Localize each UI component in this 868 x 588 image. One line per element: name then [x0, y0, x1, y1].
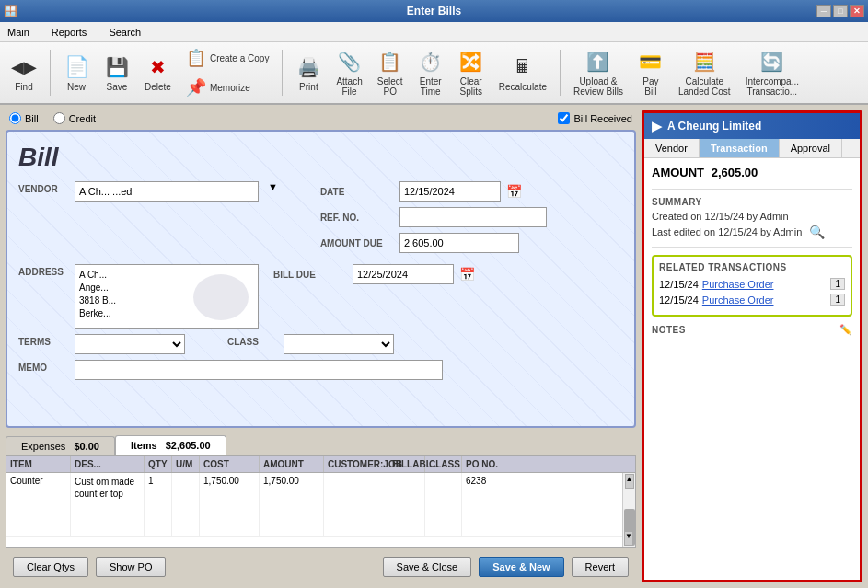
bill-due-label: BILL DUE — [273, 270, 347, 280]
pay-bill-icon: 💳 — [638, 49, 664, 75]
bill-credit-bar: Bill Credit Bill Received — [6, 110, 636, 126]
terms-label: TERMS — [18, 334, 69, 347]
intercompany-button[interactable]: 🔄 Intercompa...Transactio... — [740, 45, 804, 100]
right-fields: DATE 📅 REF. NO. AMOUNT DUE — [320, 181, 623, 259]
memorize-button[interactable]: 📌 Memorize — [180, 74, 256, 101]
vendor-dropdown-icon[interactable]: ▼ — [268, 181, 278, 192]
rp-notes-title: NOTES — [652, 325, 686, 335]
cell-item[interactable]: Counter — [6, 473, 71, 536]
memorize-icon: 📌 — [186, 77, 206, 98]
delete-button[interactable]: ✖ Delete — [139, 51, 177, 96]
minimize-button[interactable]: ─ — [816, 5, 831, 17]
pay-bill-button[interactable]: 💳 PayBill — [632, 45, 669, 100]
terms-select[interactable] — [75, 334, 185, 354]
date-calendar-icon[interactable]: 📅 — [506, 184, 522, 199]
scroll-down[interactable]: ▼ — [624, 531, 633, 546]
cell-amount[interactable]: 1,750.00 — [260, 473, 324, 536]
upload-icon: ⬆️ — [585, 49, 611, 75]
rp-summary-title: SUMMARY — [652, 197, 852, 207]
col-cost: COST — [200, 456, 260, 472]
rp-edit-icon[interactable]: ✏️ — [839, 324, 852, 336]
items-area: Expenses $0.00 Items $2,605.00 ITEM DES.… — [6, 435, 636, 548]
print-button[interactable]: 🖨️ Print — [290, 51, 327, 96]
class-label: CLASS — [227, 334, 278, 347]
memo-row: MEMO — [18, 360, 623, 380]
items-scrollbar[interactable]: ▲ ▼ — [622, 473, 635, 547]
cell-po[interactable]: 6238 — [462, 473, 503, 536]
enter-time-button[interactable]: ⏱️ EnterTime — [412, 45, 449, 100]
recalculate-button[interactable]: 🖩 Recalculate — [493, 51, 552, 96]
create-copy-button[interactable]: 📋 Create a Copy — [180, 44, 274, 72]
menu-reports[interactable]: Reports — [48, 25, 91, 40]
bill-form: Bill VENDOR ▼ DATE 📅 REF. NO. — [6, 130, 636, 428]
table-row: Counter Cust om made count er top 1 1,75… — [6, 473, 635, 537]
bill-due-input[interactable] — [353, 264, 454, 284]
save-button[interactable]: 💾 Save — [98, 51, 135, 96]
bill-received-checkbox[interactable]: Bill Received — [558, 112, 632, 124]
cell-billable[interactable] — [388, 473, 425, 536]
rp-transaction-link-2[interactable]: Purchase Order — [702, 294, 774, 306]
rp-tab-approval[interactable]: Approval — [780, 139, 842, 157]
rp-notes: NOTES ✏️ — [652, 324, 852, 335]
rp-divider-1 — [652, 189, 852, 190]
find-button[interactable]: ◀▶ Find — [6, 51, 42, 96]
attach-file-button[interactable]: 📎 AttachFile — [330, 45, 367, 100]
cell-class[interactable] — [425, 473, 462, 536]
copy-icon: 📋 — [186, 48, 206, 68]
menu-search[interactable]: Search — [105, 25, 145, 40]
save-new-button[interactable]: Save & New — [479, 557, 563, 577]
terms-row: TERMS CLASS — [18, 334, 623, 354]
rp-tab-transaction[interactable]: Transaction — [700, 139, 780, 157]
vendor-label: VENDOR — [18, 181, 69, 194]
calculate-lc-button[interactable]: 🧮 CalculateLanded Cost — [673, 45, 736, 100]
rp-transaction-link-1[interactable]: Purchase Order — [702, 279, 774, 290]
close-button[interactable]: ✕ — [850, 5, 864, 17]
col-cj: CUSTOMER:JOB — [324, 456, 388, 472]
clear-qtys-button[interactable]: Clear Qtys — [13, 557, 88, 577]
toolbar: ◀▶ Find 📄 New 💾 Save ✖ Delete 📋 Create a… — [0, 42, 868, 105]
items-tab[interactable]: Items $2,605.00 — [115, 435, 226, 455]
expenses-tab[interactable]: Expenses $0.00 — [6, 436, 115, 455]
rp-transaction-row-1: 12/15/24 Purchase Order 1 — [659, 278, 845, 290]
select-po-button[interactable]: 📋 SelectPO — [372, 45, 409, 100]
scroll-up[interactable]: ▲ — [625, 474, 634, 489]
scroll-spacer — [503, 456, 516, 472]
clear-splits-button[interactable]: 🔀 ClearSplits — [453, 45, 490, 100]
col-amount: AMOUNT — [260, 456, 324, 472]
cell-cj[interactable] — [324, 473, 388, 536]
address-label: ADDRESS — [18, 264, 69, 277]
items-table-body: Counter Cust om made count er top 1 1,75… — [6, 473, 635, 547]
magnify-icon[interactable]: 🔍 — [809, 225, 825, 239]
cell-qty[interactable]: 1 — [145, 473, 172, 536]
toolbar-sep-3 — [560, 50, 561, 96]
class-select[interactable] — [284, 334, 394, 354]
cell-um[interactable] — [172, 473, 200, 536]
cell-cost[interactable]: 1,750.00 — [200, 473, 260, 536]
window-controls[interactable]: ─ □ ✕ — [816, 5, 864, 17]
restore-button[interactable]: □ — [833, 5, 848, 17]
amount-due-input[interactable] — [399, 233, 519, 253]
date-input[interactable] — [399, 181, 501, 202]
ref-no-row: REF. NO. — [320, 207, 623, 227]
main-content: Bill Credit Bill Received Bill VENDOR ▼ — [0, 105, 868, 588]
bill-due-calendar-icon[interactable]: 📅 — [459, 267, 475, 282]
new-button[interactable]: 📄 New — [58, 51, 95, 96]
rp-expand-icon[interactable]: ▶ — [652, 119, 662, 133]
bill-radio[interactable]: Bill — [9, 112, 39, 124]
save-icon: 💾 — [104, 54, 130, 80]
bottom-bar: Clear Qtys Show PO Save & Close Save & N… — [6, 551, 636, 582]
memo-input[interactable] — [75, 360, 443, 380]
date-label: DATE — [320, 187, 394, 197]
upload-review-button[interactable]: ⬆️ Upload &Review Bills — [568, 45, 629, 100]
attach-icon: 📎 — [337, 49, 363, 75]
ref-no-input[interactable] — [399, 207, 547, 227]
save-close-button[interactable]: Save & Close — [383, 557, 472, 577]
rp-header: ▶ A Cheung Limited — [644, 113, 860, 139]
menu-main[interactable]: Main — [4, 25, 33, 40]
show-po-button[interactable]: Show PO — [96, 557, 166, 577]
vendor-input[interactable] — [75, 181, 259, 202]
credit-radio[interactable]: Credit — [53, 112, 96, 124]
amount-due-label: AMOUNT DUE — [320, 238, 394, 248]
revert-button[interactable]: Revert — [572, 557, 629, 577]
rp-tab-vendor[interactable]: Vendor — [644, 139, 700, 157]
